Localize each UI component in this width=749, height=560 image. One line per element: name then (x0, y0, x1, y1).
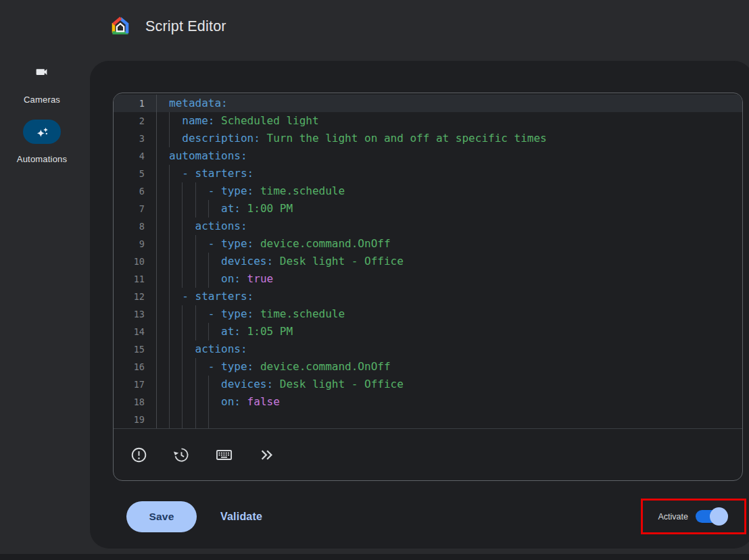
sidebar-item-automations[interactable]: Automations (17, 105, 67, 164)
indent-guide (182, 393, 183, 411)
sidebar-item-label: Automations (17, 154, 67, 164)
code-line[interactable]: 4automations: (114, 147, 742, 165)
code-line[interactable]: 15 actions: (114, 340, 742, 358)
sidebar-item-cameras[interactable]: Cameras (24, 65, 60, 105)
code-line[interactable]: 19 (114, 411, 742, 428)
indent-guide (208, 376, 209, 393)
indent-guide (182, 218, 183, 235)
keyboard-icon (215, 446, 233, 464)
sidebar-item-label: Cameras (24, 95, 60, 105)
code-editor[interactable]: 1metadata:2 name: Scheduled light3 descr… (113, 93, 743, 481)
indent-guide (169, 323, 170, 340)
activate-toggle[interactable] (696, 507, 728, 526)
indent-guide (208, 270, 209, 288)
indent-guide (169, 112, 170, 130)
indent-guide (182, 305, 183, 323)
indent-guide (195, 235, 196, 253)
line-number: 14 (114, 323, 157, 340)
bottom-edge-strip (0, 554, 749, 560)
indent-guide (182, 411, 183, 428)
video-camera-icon (34, 65, 49, 79)
activate-label: Activate (658, 512, 688, 521)
indent-guide (169, 411, 170, 428)
code-line[interactable]: 2 name: Scheduled light (114, 112, 742, 130)
line-number: 16 (114, 358, 157, 376)
history-button[interactable] (171, 444, 191, 465)
indent-guide (195, 376, 196, 393)
page-title: Script Editor (145, 18, 226, 35)
indent-guide (182, 376, 183, 393)
indent-guide (169, 376, 170, 393)
line-number: 15 (114, 340, 157, 358)
code-line[interactable]: 14 at: 1:05 PM (114, 323, 742, 340)
indent-guide (169, 253, 170, 270)
code-line[interactable]: 12 - starters: (114, 288, 742, 305)
code-line[interactable]: 13 - type: time.schedule (114, 305, 742, 323)
line-number: 3 (114, 130, 157, 147)
double-chevron-right-icon (258, 447, 275, 463)
code-line[interactable]: 8 actions: (114, 218, 742, 235)
indent-guide (169, 130, 170, 147)
selected-pill (23, 120, 61, 144)
indent-guide (195, 182, 196, 200)
indent-guide (169, 305, 170, 323)
indent-guide (208, 411, 209, 428)
indent-guide (208, 393, 209, 411)
indent-guide (182, 235, 183, 253)
code-line[interactable]: 6 - type: time.schedule (114, 182, 742, 200)
indent-guide (182, 253, 183, 270)
toggle-knob (710, 507, 728, 526)
indent-guide (169, 235, 170, 253)
code-line[interactable]: 17 devices: Desk light - Office (114, 376, 742, 393)
code-line[interactable]: 16 - type: device.command.OnOff (114, 358, 742, 376)
indent-guide (195, 200, 196, 218)
indent-guide (169, 182, 170, 200)
sidebar: Cameras Automations (0, 65, 84, 164)
indent-guide (195, 270, 196, 288)
indent-guide (182, 182, 183, 200)
indent-guide (195, 253, 196, 270)
indent-guide (182, 200, 183, 218)
indent-guide (169, 288, 170, 305)
line-number: 11 (114, 270, 157, 288)
code-line[interactable]: 7 at: 1:00 PM (114, 200, 742, 218)
indent-guide (208, 253, 209, 270)
line-number: 2 (114, 112, 157, 130)
code-line[interactable]: 1metadata: (114, 95, 742, 112)
indent-guide (195, 411, 196, 428)
line-number: 17 (114, 376, 157, 393)
indent-guide (169, 340, 170, 358)
line-number: 5 (114, 165, 157, 182)
save-button[interactable]: Save (126, 501, 197, 532)
indent-guide (169, 358, 170, 376)
code-lines[interactable]: 1metadata:2 name: Scheduled light3 descr… (114, 93, 742, 429)
keyboard-button[interactable] (214, 444, 234, 465)
indent-guide (182, 340, 183, 358)
indent-guide (195, 323, 196, 340)
line-number: 18 (114, 393, 157, 411)
code-line[interactable]: 18 on: false (114, 393, 742, 411)
problems-button[interactable] (128, 444, 149, 465)
indent-guide (169, 218, 170, 235)
code-line[interactable]: 9 - type: device.command.OnOff (114, 235, 742, 253)
indent-guide (195, 358, 196, 376)
app-header: Script Editor (110, 15, 226, 38)
line-number: 12 (114, 288, 157, 305)
code-line[interactable]: 11 on: true (114, 270, 742, 288)
problems-icon (130, 446, 148, 464)
line-number: 7 (114, 200, 157, 218)
line-number: 13 (114, 305, 157, 323)
validate-button[interactable]: Validate (212, 501, 270, 532)
code-line[interactable]: 3 description: Turn the light on and off… (114, 130, 742, 147)
code-line[interactable]: 5 - starters: (114, 165, 742, 182)
indent-guide (195, 393, 196, 411)
line-number: 19 (114, 411, 157, 428)
line-number: 8 (114, 218, 157, 235)
indent-guide (208, 323, 209, 340)
indent-guide (169, 200, 170, 218)
editor-toolbar (114, 429, 742, 480)
expand-toolbar-button[interactable] (256, 444, 276, 465)
indent-guide (169, 393, 170, 411)
code-line[interactable]: 10 devices: Desk light - Office (114, 253, 742, 270)
annotation-highlight-box: Activate (641, 499, 746, 534)
